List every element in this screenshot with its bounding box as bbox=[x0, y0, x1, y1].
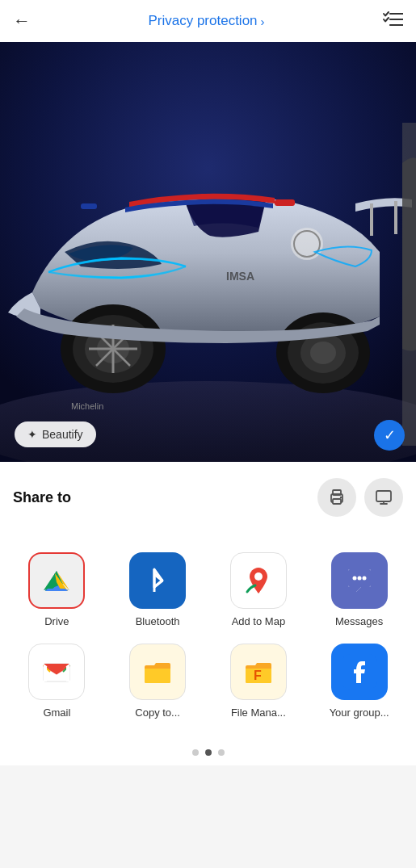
share-header: Share to bbox=[13, 478, 403, 517]
svg-rect-21 bbox=[275, 199, 295, 206]
pagination-dot-2[interactable] bbox=[205, 749, 212, 756]
bluetooth-icon-wrapper bbox=[129, 552, 186, 609]
star-icon: ✦ bbox=[27, 428, 37, 441]
share-actions bbox=[317, 478, 403, 517]
chevron-right-icon: › bbox=[261, 15, 265, 28]
files-label: Copy to... bbox=[135, 707, 180, 719]
svg-point-40 bbox=[357, 577, 361, 581]
bluetooth-label: Bluetooth bbox=[136, 615, 180, 627]
app-item-gmail[interactable]: Gmail bbox=[12, 644, 101, 719]
screen-share-button[interactable] bbox=[364, 478, 403, 517]
svg-point-41 bbox=[362, 577, 366, 581]
app-item-maps[interactable]: Add to Map bbox=[214, 552, 303, 627]
beautify-label: Beautify bbox=[42, 428, 83, 441]
share-section: Share to bbox=[0, 462, 416, 544]
app-item-filemanager[interactable]: F File Mana... bbox=[214, 644, 303, 719]
filemanager-icon-wrapper: F bbox=[230, 644, 287, 700]
svg-rect-44 bbox=[66, 664, 69, 681]
svg-rect-43 bbox=[44, 664, 47, 681]
pagination bbox=[0, 743, 416, 765]
pagination-dot-1[interactable] bbox=[192, 749, 199, 756]
app-item-bluetooth[interactable]: Bluetooth bbox=[113, 552, 202, 627]
svg-rect-28 bbox=[333, 499, 341, 504]
filter-icon[interactable] bbox=[382, 10, 403, 32]
selected-indicator: ✓ bbox=[374, 420, 405, 451]
svg-text:IMSA: IMSA bbox=[226, 270, 254, 283]
app-item-drive[interactable]: Drive bbox=[12, 552, 101, 627]
pagination-dot-3[interactable] bbox=[218, 749, 225, 756]
app-item-files[interactable]: Copy to... bbox=[113, 644, 202, 719]
app-grid: Drive Bluetooth bbox=[0, 544, 416, 743]
image-container: IMSA Michelin bbox=[0, 42, 416, 462]
gmail-label: Gmail bbox=[43, 707, 70, 719]
print-button[interactable] bbox=[317, 478, 356, 517]
messages-icon-wrapper bbox=[331, 552, 388, 609]
gmail-icon-wrapper bbox=[28, 644, 85, 700]
header-title-text: Privacy protection bbox=[148, 13, 257, 29]
back-button[interactable]: ← bbox=[13, 10, 31, 31]
facebook-label: Your group... bbox=[330, 707, 389, 719]
app-item-facebook[interactable]: Your group... bbox=[315, 644, 404, 719]
svg-rect-22 bbox=[81, 203, 97, 209]
app-row-1: Drive Bluetooth bbox=[0, 544, 416, 635]
app-row-2: Gmail Copy to... F bbox=[0, 635, 416, 727]
check-icon: ✓ bbox=[384, 426, 396, 444]
app-item-messages[interactable]: Messages bbox=[315, 552, 404, 627]
maps-label: Add to Map bbox=[232, 615, 286, 627]
drive-icon-wrapper bbox=[28, 552, 85, 609]
svg-point-5 bbox=[291, 228, 323, 260]
files-icon-wrapper bbox=[129, 644, 186, 700]
svg-point-38 bbox=[254, 572, 263, 581]
facebook-icon-wrapper bbox=[331, 644, 388, 700]
header: ← Privacy protection › bbox=[0, 0, 416, 42]
messages-label: Messages bbox=[335, 615, 383, 627]
maps-icon-wrapper bbox=[230, 552, 287, 609]
drive-label: Drive bbox=[44, 615, 69, 627]
svg-point-39 bbox=[352, 577, 356, 581]
share-title: Share to bbox=[13, 489, 71, 506]
svg-text:F: F bbox=[254, 669, 262, 682]
svg-rect-30 bbox=[376, 491, 391, 501]
header-title[interactable]: Privacy protection › bbox=[148, 13, 264, 29]
filemanager-label: File Mana... bbox=[231, 707, 286, 719]
svg-point-29 bbox=[340, 497, 342, 498]
svg-point-20 bbox=[310, 342, 336, 364]
svg-text:Michelin: Michelin bbox=[71, 401, 103, 411]
beautify-button[interactable]: ✦ Beautify bbox=[15, 421, 96, 447]
